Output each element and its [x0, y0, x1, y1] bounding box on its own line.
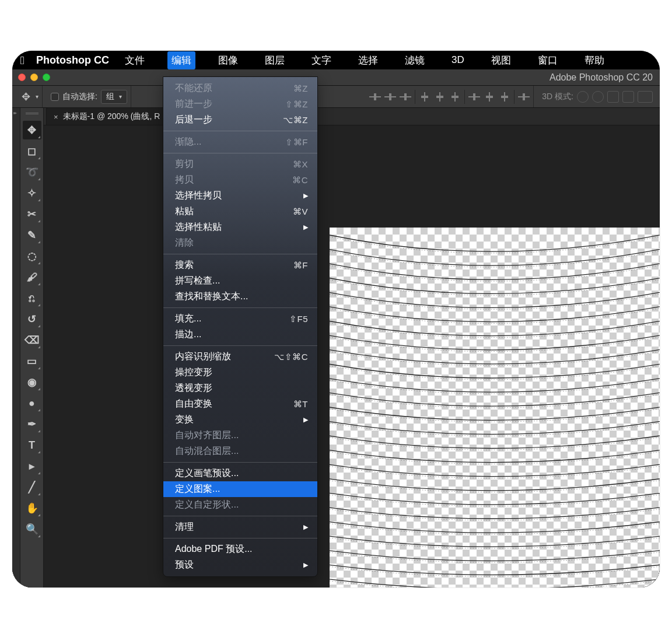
tool-clone[interactable]: ⎌ — [23, 289, 41, 307]
window-minimize-button[interactable] — [30, 74, 38, 81]
tool-move[interactable]: ✥ — [23, 121, 41, 139]
align-more-icon[interactable] — [518, 92, 530, 102]
menu-item-label: Adobe PDF 预设... — [175, 543, 308, 555]
tool-zoom[interactable]: 🔍 — [23, 520, 41, 538]
mac-menu-视图[interactable]: 视图 — [487, 51, 515, 69]
tool-hand[interactable]: ✋ — [23, 499, 41, 517]
distribute-spacing-icon[interactable] — [499, 92, 510, 102]
document-tab[interactable]: × 未标题-1 @ 200% (曲线, R — [46, 107, 167, 125]
align-bottom-icon[interactable] — [449, 92, 461, 102]
edit-menu-item[interactable]: 选择性拷贝▶ — [163, 188, 317, 204]
mac-menu-文件[interactable]: 文件 — [121, 51, 149, 69]
menu-separator — [163, 516, 317, 516]
tool-pen[interactable]: ✒ — [23, 415, 41, 433]
mac-menu-3D[interactable]: 3D — [447, 52, 468, 68]
tool-line[interactable]: ╱ — [23, 478, 41, 496]
edit-menu-item[interactable]: 后退一步⌥⌘Z — [163, 112, 317, 128]
edit-menu-item[interactable]: 定义图案... — [163, 481, 317, 497]
edit-menu-item[interactable]: 选择性粘贴▶ — [163, 219, 317, 235]
distribute-h-icon[interactable] — [468, 92, 480, 102]
tool-palette-gripper[interactable] — [26, 111, 38, 116]
app-window: Adobe Photoshop CC 20 ▾ 自动选择: 组 — [12, 69, 660, 587]
auto-select-checkbox[interactable] — [51, 93, 59, 101]
auto-select-target-dropdown[interactable]: 组 — [101, 90, 127, 104]
align-top-icon[interactable] — [419, 92, 430, 102]
menu-item-label: 后退一步 — [175, 114, 283, 126]
edit-menu-item: 定义自定形状... — [163, 497, 317, 513]
window-maximize-button[interactable] — [43, 74, 50, 81]
edit-menu-item[interactable]: 预设▶ — [163, 557, 317, 573]
menu-item-label: 定义画笔预设... — [175, 467, 308, 480]
three-d-orbit-icon[interactable] — [577, 91, 589, 103]
submenu-arrow-icon: ▶ — [303, 192, 308, 200]
edit-menu-item[interactable]: 透视变形 — [163, 380, 317, 396]
three-d-dolly-icon[interactable] — [607, 91, 619, 103]
edit-menu-item[interactable]: 变换▶ — [163, 412, 317, 428]
tool-eyedropper[interactable]: ✎ — [23, 226, 41, 244]
edit-menu-item[interactable]: 定义画笔预设... — [163, 466, 317, 481]
three-d-camera-icon[interactable] — [638, 91, 653, 103]
tool-path-select[interactable]: ▸ — [23, 457, 41, 475]
edit-menu-item[interactable]: Adobe PDF 预设... — [163, 541, 317, 557]
edit-menu-item[interactable]: 内容识别缩放⌥⇧⌘C — [163, 349, 317, 365]
mac-menu-帮助[interactable]: 帮助 — [580, 51, 608, 69]
apple-icon[interactable]:  — [20, 55, 24, 66]
tool-healing[interactable]: ◌ — [23, 247, 41, 265]
tool-preset-dropdown-icon[interactable]: ▾ — [36, 93, 38, 100]
tool-dodge[interactable]: ● — [23, 394, 41, 412]
edit-menu-item[interactable]: 搜索⌘F — [163, 257, 317, 273]
three-d-mode-label: 3D 模式: — [542, 92, 573, 102]
tool-blur[interactable]: ◉ — [23, 373, 41, 391]
tool-brush[interactable]: 🖌 — [23, 268, 41, 286]
edit-menu-item[interactable]: 拼写检查... — [163, 273, 317, 289]
edit-menu-item[interactable]: 清理▶ — [163, 519, 317, 535]
submenu-arrow-icon: ▶ — [303, 416, 308, 424]
mac-menu-文字[interactable]: 文字 — [307, 51, 335, 69]
align-hcenter-icon[interactable] — [384, 92, 396, 102]
mac-menu-图像[interactable]: 图像 — [214, 51, 242, 69]
align-left-icon[interactable] — [369, 92, 381, 102]
mac-menu-窗口[interactable]: 窗口 — [534, 51, 562, 69]
align-right-icon[interactable] — [400, 92, 411, 102]
align-vcenter-icon[interactable] — [434, 92, 446, 102]
tool-eraser[interactable]: ⌫ — [23, 331, 41, 349]
tool-type[interactable]: T — [23, 436, 41, 454]
edit-menu-item[interactable]: 自由变换⌘T — [163, 396, 317, 412]
tool-history-brush[interactable]: ↺ — [23, 310, 41, 328]
menu-item-label: 定义图案... — [175, 483, 308, 495]
mac-menu-选择[interactable]: 选择 — [354, 51, 382, 69]
tool-gradient[interactable]: ▭ — [23, 352, 41, 370]
edit-menu-item[interactable]: 粘贴⌘V — [163, 204, 317, 219]
menu-item-shortcut: ⌘X — [293, 159, 308, 170]
distribute-v-icon[interactable] — [484, 92, 495, 102]
active-tool-icon[interactable] — [19, 90, 32, 103]
menu-item-label: 清理 — [175, 521, 303, 533]
edit-menu-item: 自动对齐图层... — [163, 428, 317, 443]
close-tab-icon[interactable]: × — [54, 113, 58, 121]
menu-item-shortcut: ⇧⌘F — [285, 137, 308, 148]
tool-crop[interactable]: ✂ — [23, 205, 41, 223]
menu-item-label: 变换 — [175, 414, 303, 426]
edit-menu-item[interactable]: 填充...⇧F5 — [163, 311, 317, 327]
window-close-button[interactable] — [18, 74, 26, 81]
document-canvas[interactable] — [330, 228, 660, 587]
edit-menu-item[interactable]: 查找和替换文本... — [163, 289, 317, 305]
edit-menu-item[interactable]: 操控变形 — [163, 365, 317, 380]
tool-lasso[interactable]: ➰ — [23, 163, 41, 181]
mac-menubar-appname[interactable]: Photoshop CC — [36, 54, 109, 67]
mac-menu-编辑[interactable]: 编辑 — [167, 51, 195, 69]
three-d-slide-icon[interactable] — [622, 91, 634, 103]
menu-item-label: 内容识别缩放 — [175, 351, 274, 363]
dock-collapse-toggle[interactable] — [12, 108, 20, 587]
three-d-pan-icon[interactable] — [592, 91, 604, 103]
canvas-viewport[interactable] — [44, 125, 660, 587]
menu-item-label: 操控变形 — [175, 366, 308, 379]
tool-palette: ✥◻︎➰✧✂✎◌🖌⎌↺⌫▭◉●✒T▸╱✋🔍 — [20, 108, 44, 587]
screenshot-frame:  Photoshop CC 文件编辑图像图层文字选择滤镜3D视图窗口帮助 Ad… — [12, 51, 660, 587]
tool-magic-wand[interactable]: ✧ — [23, 184, 41, 202]
mac-menu-图层[interactable]: 图层 — [261, 51, 289, 69]
edit-menu-item[interactable]: 描边... — [163, 327, 317, 342]
mac-menu-滤镜[interactable]: 滤镜 — [401, 51, 429, 69]
tool-marquee[interactable]: ◻︎ — [23, 142, 41, 160]
menu-separator — [163, 131, 317, 131]
